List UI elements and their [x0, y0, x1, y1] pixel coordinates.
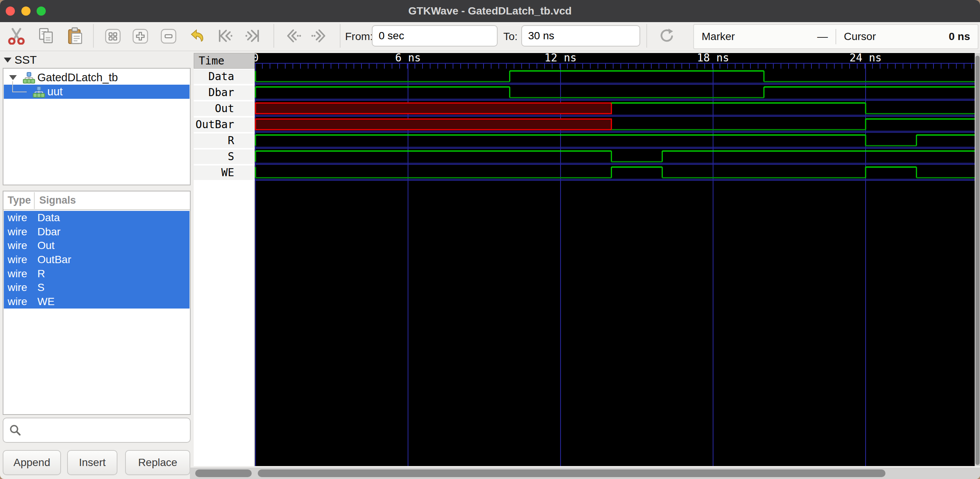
signal-type: wire [4, 240, 37, 252]
signal-type: wire [4, 212, 37, 224]
cut-icon[interactable] [8, 27, 25, 45]
signal-name: S [37, 281, 45, 294]
signal-type: wire [4, 296, 37, 308]
column-divider [34, 192, 35, 209]
signals-row[interactable]: wireR [4, 267, 190, 281]
zoom-out-icon[interactable] [160, 27, 177, 45]
sst-label: SST [14, 53, 37, 66]
marker-value: — [817, 31, 828, 43]
signals-panel: Type Signals wireDatawireDbarwireOutwire… [3, 191, 191, 415]
from-label: From: [345, 31, 373, 43]
sst-header[interactable]: SST [4, 54, 37, 66]
signals-row[interactable]: wireWE [4, 295, 190, 309]
search-input[interactable] [22, 418, 190, 442]
signals-row[interactable]: wireOutBar [4, 253, 190, 267]
timeline-label: 18 ns [697, 53, 729, 64]
module-hierarchy-icon [33, 86, 45, 98]
paste-icon[interactable] [66, 27, 84, 45]
toolbar: From: To: Marker — Cursor 0 ns [0, 22, 980, 51]
time-header: Time [194, 53, 255, 69]
zoom-to-start-icon[interactable] [216, 27, 234, 45]
signal-name: Data [37, 212, 60, 224]
timeline-label: 24 ns [850, 53, 882, 64]
signals-header: Type Signals [3, 191, 190, 210]
window-title: GTKWave - GatedDLatch_tb.vcd [0, 0, 980, 22]
tree-node-label: uut [47, 85, 63, 98]
signal-name: WE [37, 296, 55, 308]
append-button[interactable]: Append [3, 450, 61, 475]
tree-node-label: GatedDLatch_tb [37, 71, 118, 84]
undefined-region [255, 103, 611, 114]
tree-branch-line [12, 81, 27, 92]
signal-name: Out [37, 240, 55, 252]
timeline-label: 0 [255, 53, 259, 64]
signal-type: wire [4, 268, 37, 280]
previous-transition-icon[interactable] [284, 27, 302, 45]
to-input[interactable] [521, 25, 640, 47]
signals-row[interactable]: wireData [4, 211, 190, 225]
insert-button[interactable]: Insert [67, 450, 117, 475]
expander-triangle-icon[interactable] [9, 75, 17, 80]
toolbar-separator [93, 24, 94, 48]
to-label: To: [503, 31, 517, 43]
marker-label: Marker [702, 31, 735, 43]
from-input[interactable] [372, 25, 498, 47]
timeline-label: 12 ns [545, 53, 577, 64]
horizontal-scrollbar [190, 468, 980, 479]
reload-icon[interactable] [658, 27, 675, 45]
collapse-triangle-icon[interactable] [4, 58, 11, 63]
vertical-scrollbar-thumb[interactable] [975, 56, 980, 465]
wave-scrollbar-thumb[interactable] [258, 469, 885, 477]
waveform-canvas[interactable]: 06 ns12 ns18 ns24 ns [255, 53, 975, 466]
signal-name: OutBar [37, 254, 71, 266]
title-bar: GTKWave - GatedDLatch_tb.vcd [0, 0, 980, 23]
names-scrollbar-thumb[interactable] [195, 469, 252, 477]
signals-row[interactable]: wireS [4, 281, 190, 295]
wave-signal-label[interactable]: Out [194, 101, 255, 116]
wave-signal-label[interactable]: R [194, 133, 255, 148]
toolbar-separator [646, 24, 647, 48]
gtkwave-window: GTKWave - GatedDLatch_tb.vcd [0, 0, 980, 479]
signals-row[interactable]: wireOut [4, 239, 190, 253]
copy-icon[interactable] [37, 27, 55, 45]
vertical-scrollbar [975, 53, 980, 466]
tree-node-uut[interactable]: uut [4, 85, 190, 99]
signals-column-header: Signals [39, 194, 76, 206]
tree-node-gateddlatch-tb[interactable]: GatedDLatch_tb [4, 71, 190, 85]
signal-name: Dbar [37, 226, 61, 238]
search-icon [9, 424, 22, 437]
signal-type: wire [4, 226, 37, 238]
zoom-to-end-icon[interactable] [244, 27, 262, 45]
wave-signal-label[interactable]: WE [194, 166, 255, 180]
zoom-in-icon[interactable] [132, 27, 149, 45]
type-column-header: Type [3, 194, 34, 206]
wave-signal-label[interactable]: Dbar [194, 85, 255, 100]
next-transition-icon[interactable] [311, 27, 328, 45]
wave-names-panel: Time DataDbarOutOutBarRSWE [194, 53, 255, 466]
signals-row[interactable]: wireDbar [4, 225, 190, 239]
timeline-label: 6 ns [395, 53, 421, 64]
wave-signal-label[interactable]: S [194, 149, 255, 164]
wave-signal-label[interactable]: Data [194, 69, 255, 84]
toolbar-separator [273, 24, 274, 48]
zoom-fit-icon[interactable] [104, 27, 122, 45]
toolbar-separator [340, 24, 341, 48]
signal-search-box[interactable] [3, 418, 191, 443]
cursor-value: 0 ns [949, 31, 970, 43]
cursor-label: Cursor [844, 31, 876, 43]
sst-tree: GatedDLatch_tb uut [3, 68, 191, 185]
zoom-undo-icon[interactable] [188, 27, 206, 45]
signals-list: wireDatawireDbarwireOutwireOutBarwireRwi… [4, 211, 190, 309]
replace-button[interactable]: Replace [125, 450, 190, 475]
signal-type: wire [4, 254, 37, 266]
undefined-region [255, 119, 611, 130]
signal-name: R [37, 268, 45, 280]
wave-signal-label[interactable]: OutBar [194, 117, 255, 132]
marker-cursor-readout: Marker — Cursor 0 ns [693, 24, 978, 49]
signal-type: wire [4, 281, 37, 294]
